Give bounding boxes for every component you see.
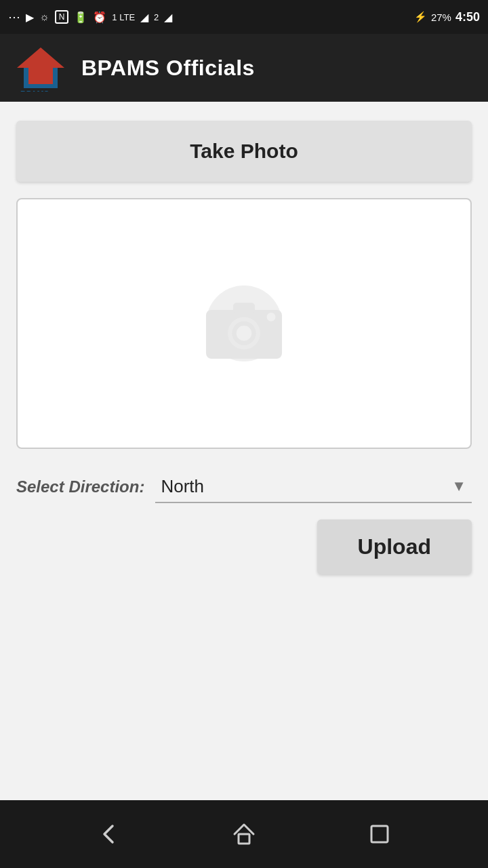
svg-rect-2	[28, 68, 53, 84]
home-icon	[230, 821, 258, 848]
svg-point-9	[237, 326, 251, 340]
status-left: ⋯ ▶ ☼ N 🔋 ⏰ 1 LTE ◢ 2 ◢	[8, 9, 172, 24]
sim2-icon: 2	[154, 12, 159, 22]
upload-button[interactable]: Upload	[317, 519, 472, 574]
camera-icon	[190, 279, 298, 368]
direction-row: Select Direction: North South East West …	[16, 471, 472, 503]
charging-icon: ⚡	[414, 11, 427, 23]
svg-text:BPAMS: BPAMS	[20, 90, 49, 92]
back-arrow-icon	[95, 821, 122, 848]
play-icon: ▶	[26, 11, 34, 24]
app-logo: BPAMS	[14, 44, 68, 92]
dots-icon: ⋯	[8, 9, 20, 24]
svg-point-10	[267, 313, 276, 321]
nfc-icon: N	[55, 10, 69, 24]
svg-rect-6	[233, 303, 255, 313]
alarm-icon: ⏰	[93, 11, 106, 24]
nav-bar	[0, 800, 488, 868]
upload-row: Upload	[16, 519, 472, 574]
status-bar: ⋯ ▶ ☼ N 🔋 ⏰ 1 LTE ◢ 2 ◢ ⚡ 27% 4:50	[0, 0, 488, 34]
app-bar: BPAMS BPAMS Officials	[0, 34, 488, 102]
brightness-icon: ☼	[39, 11, 49, 23]
signal1-icon: ◢	[140, 11, 148, 24]
direction-select-wrapper: North South East West ▼	[155, 471, 472, 503]
svg-rect-11	[239, 834, 249, 844]
recents-nav-button[interactable]	[366, 821, 393, 848]
home-nav-button[interactable]	[230, 821, 258, 848]
app-bar-title: BPAMS Officials	[81, 56, 255, 81]
svg-rect-12	[371, 826, 388, 842]
vibrate-icon: 🔋	[74, 11, 87, 24]
direction-select[interactable]: North South East West	[155, 471, 472, 502]
status-time: 4:50	[455, 10, 480, 24]
main-content: Take Photo Select Direction: North South	[0, 102, 488, 800]
back-nav-button[interactable]	[95, 821, 122, 848]
signal2-icon: ◢	[164, 11, 172, 24]
take-photo-button[interactable]: Take Photo	[16, 121, 472, 182]
direction-label: Select Direction:	[16, 477, 144, 496]
battery-level: 27%	[431, 12, 451, 23]
bpams-logo-icon: BPAMS	[14, 44, 68, 92]
sim1-icon: 1 LTE	[112, 12, 135, 22]
photo-preview-area	[16, 198, 472, 449]
recents-icon	[366, 821, 393, 848]
status-right: ⚡ 27% 4:50	[414, 10, 480, 24]
camera-placeholder	[190, 279, 298, 368]
